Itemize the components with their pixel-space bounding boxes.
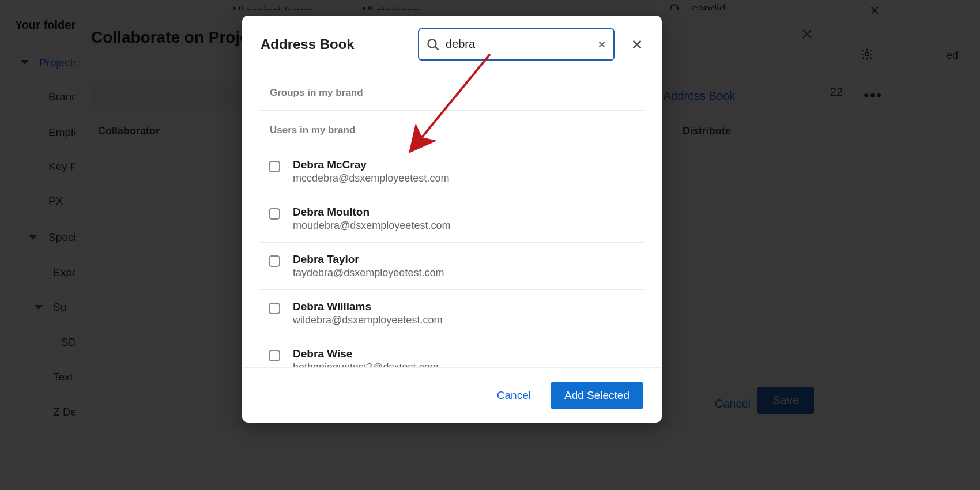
add-selected-button[interactable]: Add Selected [551, 382, 643, 409]
user-checkbox[interactable] [269, 208, 280, 220]
close-modal-icon[interactable] [631, 38, 643, 51]
address-book-search-input[interactable] [446, 37, 591, 51]
user-name: Debra Moulton [293, 206, 450, 218]
svg-point-5 [428, 39, 436, 47]
section-groups-heading: Groups in my brand [259, 73, 644, 111]
results-scroll-area[interactable]: Groups in my brand Users in my brand Deb… [242, 73, 662, 367]
cancel-button[interactable]: Cancel [493, 383, 534, 408]
svg-line-6 [435, 46, 439, 50]
user-email: wildebra@dsxemployeetest.com [293, 314, 442, 326]
user-checkbox[interactable] [269, 350, 280, 361]
user-name: Debra Williams [293, 300, 442, 313]
user-checkbox[interactable] [269, 161, 280, 172]
user-name: Debra Wise [293, 348, 438, 360]
user-email: moudebra@dsxemployeetest.com [293, 220, 450, 232]
user-row[interactable]: Debra Moulton moudebra@dsxemployeetest.c… [259, 195, 644, 243]
user-name: Debra Taylor [293, 253, 444, 266]
user-row[interactable]: Debra Williams wildebra@dsxemployeetest.… [259, 290, 644, 337]
user-email: bethanieguptest2@dsxtest.com [293, 361, 438, 367]
user-row[interactable]: Debra Taylor taydebra@dsxemployeetest.co… [259, 243, 644, 290]
address-book-search[interactable] [418, 28, 615, 61]
address-book-modal: Address Book Groups in my brand Users in… [242, 16, 662, 423]
user-email: taydebra@dsxemployeetest.com [293, 267, 444, 279]
clear-search-icon[interactable] [597, 40, 606, 49]
modal-title: Address Book [261, 36, 355, 52]
user-row[interactable]: Debra Wise bethanieguptest2@dsxtest.com [259, 337, 644, 367]
user-email: mccdebra@dsxemployeetest.com [293, 172, 449, 184]
section-users-heading: Users in my brand [259, 111, 644, 148]
user-checkbox[interactable] [269, 255, 280, 267]
search-icon [426, 37, 440, 51]
user-name: Debra McCray [293, 159, 449, 171]
user-row[interactable]: Debra McCray mccdebra@dsxemployeetest.co… [259, 148, 644, 195]
user-checkbox[interactable] [269, 303, 280, 314]
